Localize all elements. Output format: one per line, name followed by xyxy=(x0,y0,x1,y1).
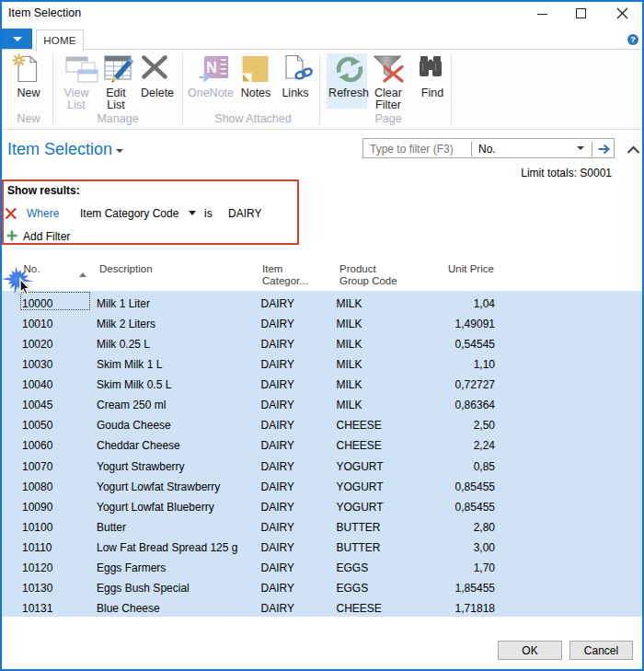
svg-text:N: N xyxy=(206,60,217,75)
